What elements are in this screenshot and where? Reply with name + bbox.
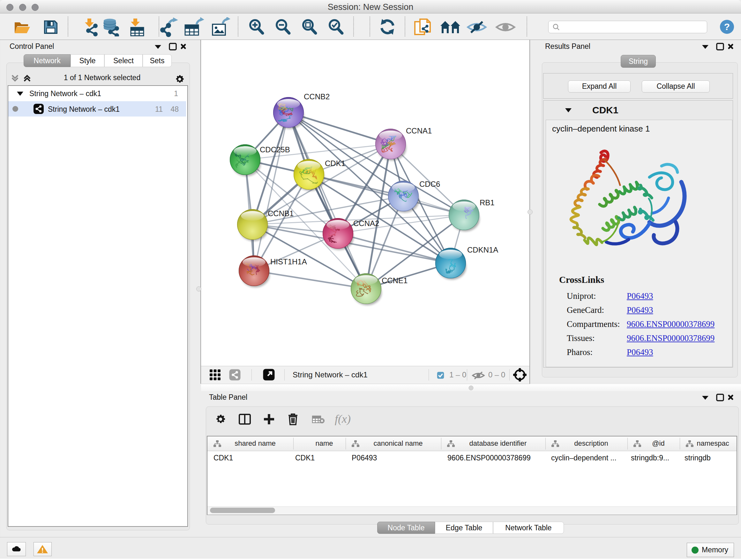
svg-text:CCNB2: CCNB2	[304, 92, 330, 101]
svg-text:CDK1: CDK1	[325, 159, 345, 168]
svg-text:CDKN1A: CDKN1A	[467, 246, 498, 254]
svg-text:CCNA1: CCNA1	[406, 126, 432, 135]
svg-text:CCNA2: CCNA2	[353, 219, 379, 228]
svg-text:?: ?	[724, 21, 730, 32]
svg-text:CDC25B: CDC25B	[260, 145, 290, 154]
svg-text:CCNB1: CCNB1	[268, 209, 293, 218]
svg-text:RB1: RB1	[480, 198, 495, 207]
svg-text:CDC6: CDC6	[419, 180, 440, 188]
svg-text:HIST1H1A: HIST1H1A	[270, 257, 307, 266]
svg-text:CCNE1: CCNE1	[382, 276, 408, 285]
